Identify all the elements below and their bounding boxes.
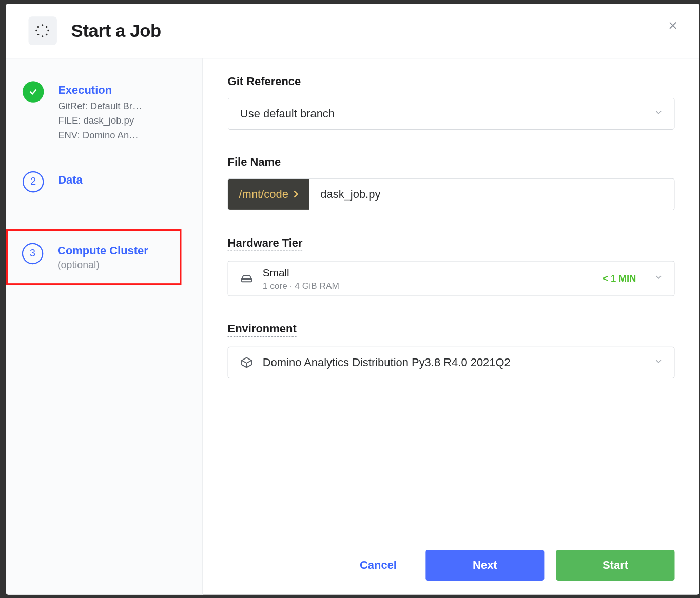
next-button[interactable]: Next: [425, 550, 544, 581]
step-execution-title: Execution: [58, 84, 142, 96]
step-data-number: 2: [23, 171, 44, 193]
step-execution-sub: GitRef: Default Br… FILE: dask_job.py EN…: [58, 99, 142, 143]
file-name-input[interactable]: [309, 179, 674, 210]
step-data-title: Data: [58, 174, 83, 187]
close-icon: [668, 20, 678, 31]
chevron-right-icon: [293, 190, 299, 198]
chevron-down-icon: [654, 107, 663, 120]
step-compute-title: Compute Cluster: [57, 244, 148, 257]
start-button[interactable]: Start: [556, 550, 674, 581]
environment-select[interactable]: Domino Analytics Distribution Py3.8 R4.0…: [228, 347, 675, 378]
start-job-modal: Start a Job Execution GitRef: Default Br…: [6, 4, 699, 595]
loading-icon: [28, 16, 56, 45]
step-execution-check-icon: [23, 81, 44, 103]
modal-header: Start a Job: [6, 4, 699, 58]
hardware-icon: [240, 272, 253, 285]
chevron-down-icon: [654, 356, 663, 369]
modal-title: Start a Job: [71, 21, 161, 41]
cube-icon: [240, 356, 253, 369]
hardware-tier-select[interactable]: Small 1 core · 4 GiB RAM < 1 MIN: [228, 261, 675, 296]
file-name-label: File Name: [228, 156, 675, 169]
step-compute-number: 3: [22, 243, 44, 265]
step-execution[interactable]: Execution GitRef: Default Br… FILE: dask…: [6, 76, 202, 148]
cancel-button[interactable]: Cancel: [343, 550, 414, 581]
environment-value: Domino Analytics Distribution Py3.8 R4.0…: [263, 356, 511, 369]
step-compute-cluster[interactable]: 3 Compute Cluster (optional): [6, 229, 182, 285]
wizard-sidebar: Execution GitRef: Default Br… FILE: dask…: [6, 58, 203, 595]
hardware-tier-sub: 1 core · 4 GiB RAM: [263, 280, 339, 290]
environment-label: Environment: [228, 322, 675, 337]
git-ref-select[interactable]: Use default branch: [228, 98, 675, 130]
hardware-tier-time: < 1 MIN: [602, 273, 636, 284]
git-ref-value: Use default branch: [240, 107, 335, 120]
hardware-tier-name: Small: [263, 267, 339, 279]
git-ref-label: Git Reference: [228, 75, 675, 88]
file-path-prefix-text: /mnt/code: [239, 188, 288, 201]
step-compute-optional: (optional): [57, 260, 148, 271]
modal-footer: Cancel Next Start: [228, 538, 675, 581]
svg-rect-0: [242, 279, 251, 282]
form-panel: Git Reference Use default branch File Na…: [203, 58, 699, 595]
file-name-row: /mnt/code: [228, 178, 675, 210]
file-path-prefix: /mnt/code: [228, 179, 310, 210]
close-button[interactable]: [663, 15, 683, 35]
chevron-down-icon: [654, 272, 663, 285]
step-data[interactable]: 2 Data: [6, 167, 202, 197]
hardware-tier-label: Hardware Tier: [228, 236, 675, 251]
